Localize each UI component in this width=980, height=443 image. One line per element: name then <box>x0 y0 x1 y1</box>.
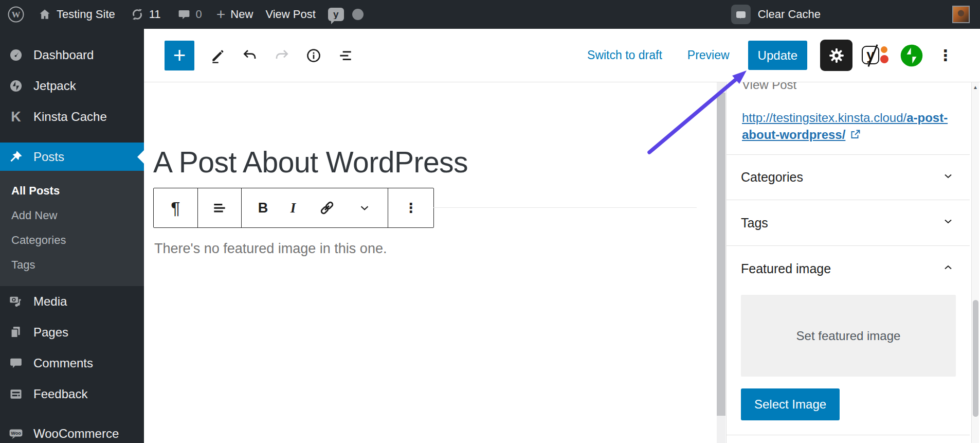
plus-icon: + <box>173 45 186 66</box>
set-featured-image-area[interactable]: Set featured image <box>741 295 956 377</box>
content-scrollbar[interactable] <box>717 82 725 443</box>
panel-title: Featured image <box>741 261 831 276</box>
sidebar-label: Jetpack <box>33 79 76 93</box>
permalink-link[interactable]: http://testingsitex.kinsta.cloud/a-post-… <box>742 109 954 145</box>
submenu-label: Tags <box>11 258 35 272</box>
editor-header: + <box>144 29 980 82</box>
align-left-button[interactable] <box>198 188 242 227</box>
admin-sidebar: Dashboard Jetpack K Kinsta Cache Posts A… <box>0 29 144 443</box>
pushpin-icon <box>9 150 23 164</box>
posts-submenu: All Posts Add New Categories Tags <box>0 171 144 286</box>
panel-categories[interactable]: Categories <box>727 154 970 200</box>
panel-featured-image[interactable]: Featured image <box>727 245 970 292</box>
options-kebab-button[interactable]: ⋮ <box>938 48 953 63</box>
edit-mode-pencil-button[interactable] <box>209 46 227 65</box>
permalink-prefix: http://testingsitex.kinsta.cloud/ <box>742 111 906 125</box>
user-avatar[interactable] <box>952 6 970 23</box>
update-button[interactable]: Update <box>748 41 807 70</box>
chevron-up-icon <box>942 261 954 277</box>
sidebar-item-feedback[interactable]: Feedback <box>0 379 144 410</box>
chevron-down-icon <box>942 215 954 231</box>
sidebar-item-kinsta-cache[interactable]: K Kinsta Cache <box>0 101 144 132</box>
paragraph-block-button[interactable]: ¶ <box>154 188 198 227</box>
panel-title: Tags <box>741 216 768 231</box>
submenu-label: Add New <box>11 209 57 222</box>
block-toolbar: ¶ B I <box>153 188 434 228</box>
clear-cache-label[interactable]: Clear Cache <box>758 8 821 21</box>
sidebar-label: Dashboard <box>33 48 94 62</box>
media-icon <box>9 294 23 309</box>
post-paragraph[interactable]: There's no featured image in this one. <box>154 241 387 257</box>
wordpress-logo-icon[interactable]: W <box>7 6 25 23</box>
yoast-orange-dot <box>881 46 887 53</box>
yoast-seo-icon[interactable]: y <box>328 8 344 21</box>
panel-title: Categories <box>741 170 803 185</box>
clear-cache-icon[interactable] <box>731 5 751 24</box>
settings-gear-button[interactable] <box>820 40 852 71</box>
feedback-icon <box>9 387 23 401</box>
sidebar-item-pages[interactable]: Pages <box>0 317 144 348</box>
new-menu[interactable]: + New <box>216 7 253 22</box>
post-title[interactable]: A Post About WordPress <box>153 145 468 179</box>
select-image-button[interactable]: Select Image <box>741 388 840 420</box>
view-post-menu[interactable]: View Post <box>265 8 315 21</box>
block-inserter-button[interactable]: + <box>165 41 194 70</box>
pages-icon <box>9 325 23 340</box>
sidebar-item-posts[interactable]: Posts <box>0 143 144 171</box>
sidebar-item-comments[interactable]: Comments <box>0 348 144 379</box>
sidebar-scrollbar[interactable]: ▲ <box>971 82 979 443</box>
link-button[interactable] <box>318 199 336 217</box>
sidebar-label: Comments <box>33 356 93 370</box>
sidebar-label: Posts <box>33 150 64 164</box>
admin-bar: W Testing Site 11 0 + New View Post <box>0 0 980 29</box>
sidebar-label: Feedback <box>33 387 87 401</box>
sidebar-item-dashboard[interactable]: Dashboard <box>0 40 144 70</box>
chevron-down-icon[interactable] <box>358 201 371 215</box>
submenu-item-all-posts[interactable]: All Posts <box>0 179 144 203</box>
bold-button[interactable]: B <box>258 200 268 216</box>
list-view-button[interactable] <box>336 46 355 65</box>
comments-menu[interactable]: 0 <box>177 8 202 21</box>
preview-button[interactable]: Preview <box>687 48 730 62</box>
sidebar-label: Media <box>33 294 67 309</box>
jetpack-icon <box>9 79 23 93</box>
site-menu[interactable]: Testing Site <box>38 8 115 21</box>
woocommerce-icon: Woo <box>9 427 23 441</box>
undo-button[interactable] <box>241 46 259 65</box>
panel-separator <box>727 435 970 435</box>
permalink-slug: about-wordpress/ <box>742 128 845 141</box>
yoast-letter: y <box>333 9 339 20</box>
details-info-button[interactable] <box>304 46 323 65</box>
kinsta-icon: K <box>9 110 23 124</box>
chevron-down-icon <box>942 170 954 185</box>
updates-menu[interactable]: 11 <box>131 8 161 21</box>
submenu-item-tags[interactable]: Tags <box>0 253 144 277</box>
new-label: New <box>230 8 253 21</box>
scroll-up-arrow-icon[interactable]: ▲ <box>972 84 979 90</box>
jetpack-panel-icon[interactable] <box>900 44 923 67</box>
sidebar-item-jetpack[interactable]: Jetpack <box>0 70 144 101</box>
sidebar-label: WooCommerce <box>33 427 119 441</box>
sidebar-item-woocommerce[interactable]: Woo WooCommerce <box>0 418 144 443</box>
italic-button[interactable]: I <box>291 200 296 216</box>
switch-to-draft-button[interactable]: Switch to draft <box>587 48 662 62</box>
block-outline <box>433 207 697 208</box>
submenu-item-categories[interactable]: Categories <box>0 228 144 253</box>
settings-sidebar: View Post http://testingsitex.kinsta.clo… <box>726 82 970 443</box>
redo-button[interactable] <box>273 46 291 65</box>
sidebar-item-media[interactable]: Media <box>0 286 144 317</box>
view-post-label: View Post <box>265 8 315 21</box>
plus-icon: + <box>216 7 226 22</box>
yoast-seo-panel-icon[interactable]: y <box>862 44 888 67</box>
submenu-item-add-new[interactable]: Add New <box>0 203 144 228</box>
updates-icon <box>131 8 144 21</box>
submenu-label: All Posts <box>11 184 60 198</box>
set-featured-image-label: Set featured image <box>796 329 901 343</box>
dashboard-icon <box>9 48 23 62</box>
submenu-label: Categories <box>11 234 66 247</box>
scrollbar-thumb[interactable] <box>973 300 978 417</box>
panel-tags[interactable]: Tags <box>727 200 970 245</box>
scrollbar-thumb[interactable] <box>717 93 725 416</box>
block-options-kebab-button[interactable]: ⋮ <box>388 188 433 227</box>
external-link-icon <box>849 128 862 145</box>
